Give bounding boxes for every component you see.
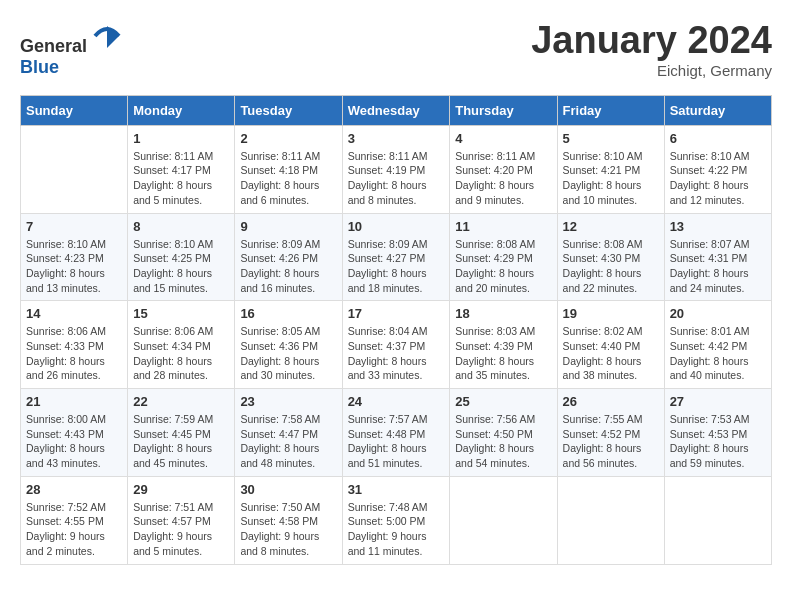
table-row: 28Sunrise: 7:52 AMSunset: 4:55 PMDayligh… (21, 476, 128, 564)
day-info: Sunrise: 8:05 AMSunset: 4:36 PMDaylight:… (240, 324, 336, 383)
day-number: 17 (348, 306, 445, 321)
day-info: Sunrise: 8:08 AMSunset: 4:29 PMDaylight:… (455, 237, 551, 296)
day-number: 23 (240, 394, 336, 409)
day-info: Sunrise: 8:11 AMSunset: 4:18 PMDaylight:… (240, 149, 336, 208)
day-number: 3 (348, 131, 445, 146)
day-number: 9 (240, 219, 336, 234)
table-row: 30Sunrise: 7:50 AMSunset: 4:58 PMDayligh… (235, 476, 342, 564)
day-info: Sunrise: 7:51 AMSunset: 4:57 PMDaylight:… (133, 500, 229, 559)
table-row: 9Sunrise: 8:09 AMSunset: 4:26 PMDaylight… (235, 213, 342, 301)
logo-blue: Blue (20, 57, 59, 77)
col-friday: Friday (557, 95, 664, 125)
day-info: Sunrise: 8:10 AMSunset: 4:22 PMDaylight:… (670, 149, 766, 208)
col-monday: Monday (128, 95, 235, 125)
day-info: Sunrise: 8:07 AMSunset: 4:31 PMDaylight:… (670, 237, 766, 296)
day-info: Sunrise: 7:57 AMSunset: 4:48 PMDaylight:… (348, 412, 445, 471)
calendar-week-row: 1Sunrise: 8:11 AMSunset: 4:17 PMDaylight… (21, 125, 772, 213)
table-row: 29Sunrise: 7:51 AMSunset: 4:57 PMDayligh… (128, 476, 235, 564)
table-row: 1Sunrise: 8:11 AMSunset: 4:17 PMDaylight… (128, 125, 235, 213)
logo: General Blue (20, 20, 123, 78)
day-info: Sunrise: 8:03 AMSunset: 4:39 PMDaylight:… (455, 324, 551, 383)
day-number: 22 (133, 394, 229, 409)
table-row: 19Sunrise: 8:02 AMSunset: 4:40 PMDayligh… (557, 301, 664, 389)
table-row: 13Sunrise: 8:07 AMSunset: 4:31 PMDayligh… (664, 213, 771, 301)
day-number: 12 (563, 219, 659, 234)
table-row: 21Sunrise: 8:00 AMSunset: 4:43 PMDayligh… (21, 389, 128, 477)
table-row: 7Sunrise: 8:10 AMSunset: 4:23 PMDaylight… (21, 213, 128, 301)
day-number: 11 (455, 219, 551, 234)
table-row: 2Sunrise: 8:11 AMSunset: 4:18 PMDaylight… (235, 125, 342, 213)
day-info: Sunrise: 8:02 AMSunset: 4:40 PMDaylight:… (563, 324, 659, 383)
day-number: 13 (670, 219, 766, 234)
day-info: Sunrise: 8:06 AMSunset: 4:33 PMDaylight:… (26, 324, 122, 383)
day-number: 31 (348, 482, 445, 497)
table-row (21, 125, 128, 213)
table-row (450, 476, 557, 564)
table-row: 20Sunrise: 8:01 AMSunset: 4:42 PMDayligh… (664, 301, 771, 389)
col-saturday: Saturday (664, 95, 771, 125)
day-info: Sunrise: 8:11 AMSunset: 4:17 PMDaylight:… (133, 149, 229, 208)
calendar-title-area: January 2024 Eichigt, Germany (531, 20, 772, 79)
day-number: 5 (563, 131, 659, 146)
logo-icon (91, 20, 123, 52)
day-number: 19 (563, 306, 659, 321)
day-number: 21 (26, 394, 122, 409)
day-number: 2 (240, 131, 336, 146)
table-row: 23Sunrise: 7:58 AMSunset: 4:47 PMDayligh… (235, 389, 342, 477)
table-row: 24Sunrise: 7:57 AMSunset: 4:48 PMDayligh… (342, 389, 450, 477)
day-number: 14 (26, 306, 122, 321)
calendar-week-row: 28Sunrise: 7:52 AMSunset: 4:55 PMDayligh… (21, 476, 772, 564)
day-number: 8 (133, 219, 229, 234)
col-thursday: Thursday (450, 95, 557, 125)
table-row: 16Sunrise: 8:05 AMSunset: 4:36 PMDayligh… (235, 301, 342, 389)
day-info: Sunrise: 7:56 AMSunset: 4:50 PMDaylight:… (455, 412, 551, 471)
day-number: 16 (240, 306, 336, 321)
day-info: Sunrise: 8:06 AMSunset: 4:34 PMDaylight:… (133, 324, 229, 383)
table-row: 11Sunrise: 8:08 AMSunset: 4:29 PMDayligh… (450, 213, 557, 301)
day-number: 20 (670, 306, 766, 321)
location-subtitle: Eichigt, Germany (531, 62, 772, 79)
day-info: Sunrise: 8:04 AMSunset: 4:37 PMDaylight:… (348, 324, 445, 383)
table-row: 6Sunrise: 8:10 AMSunset: 4:22 PMDaylight… (664, 125, 771, 213)
day-number: 7 (26, 219, 122, 234)
day-info: Sunrise: 8:10 AMSunset: 4:25 PMDaylight:… (133, 237, 229, 296)
table-row: 12Sunrise: 8:08 AMSunset: 4:30 PMDayligh… (557, 213, 664, 301)
table-row (664, 476, 771, 564)
month-title: January 2024 (531, 20, 772, 62)
page-header: General Blue January 2024 Eichigt, Germa… (20, 20, 772, 79)
logo-wordmark: General Blue (20, 20, 123, 78)
day-info: Sunrise: 8:00 AMSunset: 4:43 PMDaylight:… (26, 412, 122, 471)
table-row: 31Sunrise: 7:48 AMSunset: 5:00 PMDayligh… (342, 476, 450, 564)
day-info: Sunrise: 8:11 AMSunset: 4:20 PMDaylight:… (455, 149, 551, 208)
day-info: Sunrise: 8:10 AMSunset: 4:21 PMDaylight:… (563, 149, 659, 208)
day-number: 27 (670, 394, 766, 409)
table-row: 3Sunrise: 8:11 AMSunset: 4:19 PMDaylight… (342, 125, 450, 213)
table-row: 5Sunrise: 8:10 AMSunset: 4:21 PMDaylight… (557, 125, 664, 213)
calendar-header-row: Sunday Monday Tuesday Wednesday Thursday… (21, 95, 772, 125)
table-row: 8Sunrise: 8:10 AMSunset: 4:25 PMDaylight… (128, 213, 235, 301)
table-row: 27Sunrise: 7:53 AMSunset: 4:53 PMDayligh… (664, 389, 771, 477)
table-row: 17Sunrise: 8:04 AMSunset: 4:37 PMDayligh… (342, 301, 450, 389)
day-number: 25 (455, 394, 551, 409)
table-row: 25Sunrise: 7:56 AMSunset: 4:50 PMDayligh… (450, 389, 557, 477)
calendar-table: Sunday Monday Tuesday Wednesday Thursday… (20, 95, 772, 565)
day-info: Sunrise: 7:55 AMSunset: 4:52 PMDaylight:… (563, 412, 659, 471)
day-number: 24 (348, 394, 445, 409)
table-row: 15Sunrise: 8:06 AMSunset: 4:34 PMDayligh… (128, 301, 235, 389)
table-row: 26Sunrise: 7:55 AMSunset: 4:52 PMDayligh… (557, 389, 664, 477)
col-tuesday: Tuesday (235, 95, 342, 125)
col-wednesday: Wednesday (342, 95, 450, 125)
day-number: 4 (455, 131, 551, 146)
logo-general: General (20, 36, 87, 56)
day-info: Sunrise: 7:48 AMSunset: 5:00 PMDaylight:… (348, 500, 445, 559)
day-info: Sunrise: 8:01 AMSunset: 4:42 PMDaylight:… (670, 324, 766, 383)
day-info: Sunrise: 8:09 AMSunset: 4:27 PMDaylight:… (348, 237, 445, 296)
day-number: 10 (348, 219, 445, 234)
calendar-week-row: 21Sunrise: 8:00 AMSunset: 4:43 PMDayligh… (21, 389, 772, 477)
table-row (557, 476, 664, 564)
day-number: 18 (455, 306, 551, 321)
calendar-week-row: 14Sunrise: 8:06 AMSunset: 4:33 PMDayligh… (21, 301, 772, 389)
day-info: Sunrise: 7:59 AMSunset: 4:45 PMDaylight:… (133, 412, 229, 471)
table-row: 22Sunrise: 7:59 AMSunset: 4:45 PMDayligh… (128, 389, 235, 477)
table-row: 18Sunrise: 8:03 AMSunset: 4:39 PMDayligh… (450, 301, 557, 389)
